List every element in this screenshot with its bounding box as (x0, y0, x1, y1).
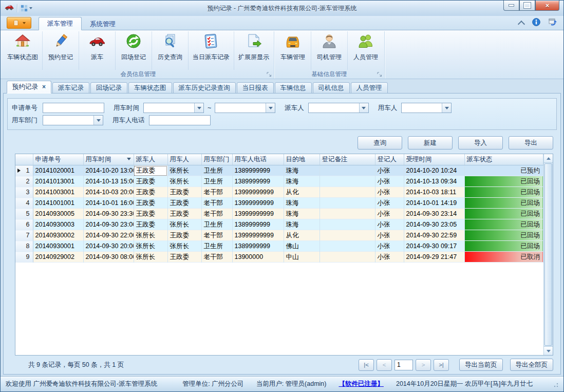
cell-phone[interactable]: 1389999999 (232, 165, 284, 176)
cell-dept[interactable]: 老干部 (201, 252, 232, 263)
cell-accept-time[interactable]: 2014-09-29 21:47 (404, 252, 464, 263)
about-window-icon[interactable] (549, 18, 557, 28)
cell-dispatcher[interactable]: 王政委 (134, 176, 167, 187)
scrollbar-thumb[interactable] (544, 163, 552, 346)
use-time-from-combo[interactable] (143, 103, 204, 113)
cell-destination[interactable]: 珠海 (284, 219, 319, 230)
ribbon-button-return-register[interactable]: 回场登记 (116, 31, 152, 70)
resize-grip[interactable] (552, 381, 558, 387)
maximize-button[interactable] (519, 1, 535, 11)
cell-dispatcher[interactable]: 王政委 (134, 187, 167, 198)
cell-phone[interactable]: 13999999999 (232, 230, 284, 241)
minimize-button[interactable] (503, 1, 519, 11)
row-indicator[interactable]: 4 (15, 198, 33, 209)
table-row[interactable]: 5 20140930005 2014-09-30 23:30 王政委 王政委 老… (15, 209, 543, 219)
close-button[interactable]: × (535, 1, 559, 11)
cell-phone[interactable]: 1389999999 (232, 219, 284, 230)
first-page-button[interactable]: |< (359, 359, 374, 371)
phone-input[interactable] (149, 115, 211, 125)
cell-user[interactable]: 王政委 (167, 209, 201, 219)
cell-apply-no[interactable]: 20140929002 (33, 252, 83, 263)
cell-user[interactable]: 王政委 (167, 230, 201, 241)
cell-user[interactable]: 王政委 (167, 198, 201, 209)
header-dispatcher[interactable]: 派车人 (134, 154, 167, 165)
cell-use-time[interactable]: 2014-09-30 22:00 (83, 230, 134, 241)
header-use-time[interactable]: 用车时间 (83, 154, 134, 165)
next-page-button[interactable]: > (416, 359, 431, 371)
ribbon-button-reservation-register[interactable]: 预约登记 (43, 31, 79, 70)
cell-destination[interactable]: 珠海 (284, 209, 319, 219)
cell-dept[interactable]: 老干部 (201, 198, 232, 209)
new-button[interactable]: 新建 (408, 136, 453, 150)
export-button[interactable]: 导出 (509, 136, 553, 150)
page-number-input[interactable] (394, 360, 413, 370)
cell-registrar[interactable]: 小张 (375, 219, 404, 230)
cell-dispatch-status[interactable]: 已回场 (464, 230, 543, 241)
cell-remark[interactable] (319, 241, 375, 252)
cell-dispatch-status[interactable]: 已取消 (464, 252, 543, 263)
cell-accept-time[interactable]: 2014-10-01 14:19 (404, 198, 464, 209)
cell-registrar[interactable]: 小张 (375, 230, 404, 241)
row-indicator[interactable]: 1 (15, 165, 33, 176)
cell-dispatch-status[interactable]: 已回场 (464, 198, 543, 209)
row-indicator[interactable]: 3 (15, 187, 33, 198)
cell-dispatcher[interactable]: 王政委 (134, 165, 167, 176)
table-row[interactable]: 6 20140930003 2014-09-30 23:00 王政委 张所长 卫… (15, 219, 543, 230)
doc-tab-dispatch-records[interactable]: 派车记录 (52, 82, 89, 94)
cell-use-time[interactable]: 2014-10-13 15:00 (83, 176, 134, 187)
row-indicator[interactable]: 9 (15, 252, 33, 263)
ribbon-button-today-dispatch-records[interactable]: 当日派车记录 (189, 31, 234, 70)
cell-dispatcher[interactable]: 王政委 (134, 209, 167, 219)
cell-accept-time[interactable]: 2014-09-30 22:59 (404, 230, 464, 241)
header-registrar[interactable]: 登记人 (375, 154, 404, 165)
cell-dept[interactable]: 老干部 (201, 187, 232, 198)
cell-phone[interactable]: 1389999999 (232, 176, 284, 187)
cell-apply-no[interactable]: 20141003001 (33, 187, 83, 198)
collapse-ribbon-icon[interactable] (518, 20, 525, 27)
row-indicator[interactable]: 7 (15, 230, 33, 241)
doc-tab-personnel-management[interactable]: 人员管理 (351, 82, 388, 94)
table-row[interactable]: 7 20140930002 2014-09-30 22:00 张所长 王政委 老… (15, 230, 543, 241)
header-user[interactable]: 用车人 (167, 154, 201, 165)
ribbon-button-personnel-management[interactable]: 人员管理 (348, 31, 384, 70)
cell-apply-no[interactable]: 20141020001 (33, 165, 83, 176)
cell-accept-time[interactable]: 2014-10-03 18:11 (404, 187, 464, 198)
cell-apply-no[interactable]: 20140930005 (33, 209, 83, 219)
chevron-down-icon[interactable] (194, 103, 203, 113)
cell-registrar[interactable]: 小张 (375, 176, 404, 187)
dispatcher-combo[interactable] (308, 103, 369, 113)
cell-remark[interactable] (319, 187, 375, 198)
dialog-launcher-icon[interactable] (377, 72, 382, 77)
cell-destination[interactable]: 从化 (284, 230, 319, 241)
ribbon-tab-dispatch[interactable]: 派车管理 (39, 17, 82, 30)
dialog-launcher-icon[interactable] (267, 72, 272, 77)
scroll-up-icon[interactable] (544, 154, 553, 163)
cell-dispatch-status[interactable]: 已回场 (464, 209, 543, 219)
header-status[interactable]: 派车状态 (464, 154, 543, 165)
cell-apply-no[interactable]: 20140930001 (33, 241, 83, 252)
doc-tab-vehicle-status-map[interactable]: 车辆状态图 (128, 82, 172, 94)
use-time-to-combo[interactable] (215, 103, 275, 113)
cell-user[interactable]: 王政委 (167, 252, 201, 263)
header-phone[interactable]: 用车人电话 (232, 154, 284, 165)
header-apply-no[interactable]: 申请单号 (33, 154, 83, 165)
doc-tab-return-records[interactable]: 回场记录 (90, 82, 127, 94)
cell-use-time[interactable]: 2014-10-03 20:00 (83, 187, 134, 198)
ribbon-tab-system[interactable]: 系统管理 (82, 18, 124, 30)
header-accept-time[interactable]: 受理时间 (404, 154, 464, 165)
apply-no-input[interactable] (43, 103, 104, 113)
cell-dept[interactable]: 卫生所 (201, 219, 232, 230)
cell-user[interactable]: 张所长 (167, 176, 201, 187)
row-indicator[interactable]: 2 (15, 176, 33, 187)
header-dept[interactable]: 用车部门 (201, 154, 232, 165)
vertical-scrollbar[interactable] (543, 154, 553, 355)
cell-apply-no[interactable]: 20140930002 (33, 230, 83, 241)
cell-dispatch-status[interactable]: 已回场 (464, 187, 543, 198)
ribbon-button-vehicle-status-map[interactable]: 车辆状态图 (3, 31, 43, 70)
cell-dept[interactable]: 卫生所 (201, 165, 232, 176)
header-remark[interactable]: 登记备注 (319, 154, 375, 165)
chevron-down-icon[interactable] (442, 103, 451, 113)
doc-tab-vehicle-info[interactable]: 车辆信息 (275, 82, 312, 94)
license-registered-link[interactable]: 【软件已注册】 (339, 380, 384, 388)
table-row[interactable]: 2 20141013001 2014-10-13 15:00 王政委 张所长 卫… (15, 176, 543, 187)
